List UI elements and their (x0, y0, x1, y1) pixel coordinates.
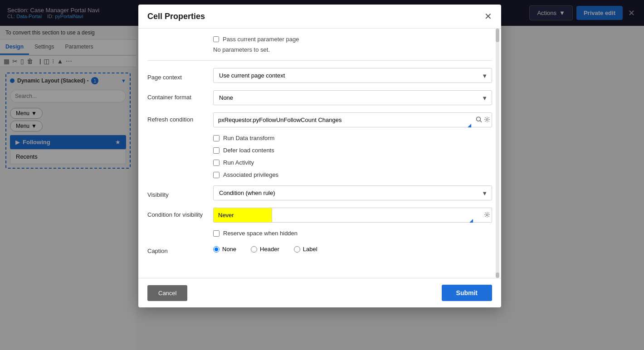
modal-title: Cell Properties (147, 12, 205, 21)
run-data-transform-checkbox[interactable] (213, 135, 220, 141)
reserve-space-label: Reserve space when hidden (223, 230, 298, 237)
visibility-select[interactable]: Condition (when rule) (213, 185, 492, 200)
associated-privileges-checkbox[interactable] (213, 172, 220, 178)
container-format-label: Container format (147, 90, 213, 101)
modal-body: Pass current parameter page No parameter… (138, 29, 501, 278)
refresh-condition-row: Refresh condition (147, 112, 492, 127)
condition-visibility-rest-input[interactable] (272, 208, 492, 223)
container-format-row: Container format None ▼ (147, 90, 492, 105)
cell-properties-dialog: Cell Properties ✕ Pass current parameter… (138, 5, 501, 307)
visibility-control: Condition (when rule) ▼ (213, 185, 492, 200)
no-params-text: No parameters to set. (213, 46, 492, 53)
input-corner-triangle (468, 124, 471, 127)
run-data-transform-label: Run Data transform (223, 135, 274, 141)
condition-for-visibility-label: Condition for visibility (147, 208, 213, 218)
defer-load-label: Defer load contents (223, 147, 274, 154)
modal-scrollbar-bottom-arrow (496, 272, 499, 278)
svg-point-3 (486, 214, 488, 215)
defer-load-checkbox[interactable] (213, 147, 220, 154)
container-format-select[interactable]: None (213, 90, 492, 105)
caption-header-option[interactable]: Header (251, 246, 279, 253)
caption-label: Caption (147, 244, 213, 254)
caption-row: Caption None Header Label (147, 244, 492, 254)
condition-for-visibility-row: Condition for visibility (147, 208, 492, 223)
associated-privileges-row: Associated privileges (213, 171, 492, 178)
svg-point-0 (477, 117, 481, 121)
refresh-condition-label: Refresh condition (147, 112, 213, 123)
page-context-control: Use current page context ▼ (213, 68, 492, 83)
caption-label-radio[interactable] (294, 246, 300, 253)
reserve-space-checkbox[interactable] (213, 230, 220, 237)
page-context-row: Page context Use current page context ▼ (147, 68, 492, 83)
run-activity-checkbox[interactable] (213, 160, 220, 166)
modal-scrollbar-top-arrow (496, 29, 499, 42)
svg-line-1 (480, 121, 482, 122)
modal-scrollbar-track (496, 29, 499, 278)
container-format-control: None ▼ (213, 90, 492, 105)
reserve-space-row: Reserve space when hidden (213, 230, 492, 237)
refresh-condition-control (213, 112, 492, 127)
pass-param-checkbox[interactable] (213, 36, 219, 42)
submit-button[interactable]: Submit (442, 285, 492, 301)
refresh-condition-gear-icon[interactable] (484, 116, 490, 124)
modal-footer: Cancel Submit (138, 278, 501, 307)
condition-input-triangle (469, 219, 473, 223)
modal-header: Cell Properties ✕ (138, 5, 501, 29)
caption-none-radio[interactable] (213, 246, 220, 253)
refresh-condition-search-icon[interactable] (476, 116, 482, 124)
modal-close-button[interactable]: ✕ (484, 11, 492, 22)
pass-param-label: Pass current parameter page (223, 36, 299, 43)
pass-param-row: Pass current parameter page (213, 36, 492, 43)
page-context-label: Page context (147, 70, 213, 81)
defer-load-row: Defer load contents (213, 147, 492, 154)
page-context-select[interactable]: Use current page context (213, 68, 492, 83)
svg-point-2 (486, 118, 488, 120)
run-activity-label: Run Activity (223, 159, 254, 166)
visibility-row: Visibility Condition (when rule) ▼ (147, 185, 492, 200)
run-data-transform-row: Run Data transform (213, 135, 492, 141)
refresh-condition-input[interactable] (213, 112, 492, 127)
caption-control: None Header Label (213, 246, 492, 253)
cancel-button[interactable]: Cancel (147, 285, 187, 301)
condition-for-visibility-control (213, 208, 492, 223)
caption-header-radio[interactable] (251, 246, 257, 253)
associated-privileges-label: Associated privileges (223, 171, 278, 178)
run-activity-row: Run Activity (213, 159, 492, 166)
visibility-label: Visibility (147, 188, 213, 198)
caption-label-option[interactable]: Label (294, 246, 317, 253)
condition-visibility-gear-icon[interactable] (484, 211, 490, 219)
condition-visibility-highlight-input[interactable] (213, 208, 272, 223)
caption-none-option[interactable]: None (213, 246, 236, 253)
separator (147, 60, 492, 61)
